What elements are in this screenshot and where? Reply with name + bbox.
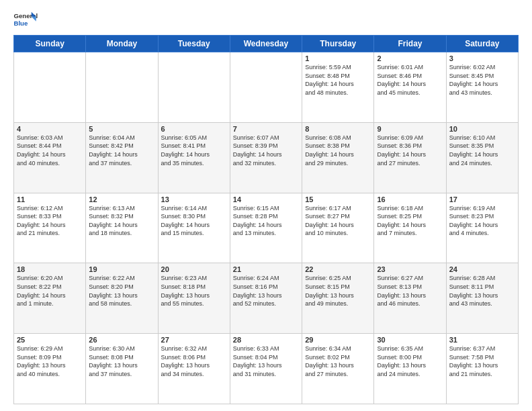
day-info: Sunrise: 6:27 AM Sunset: 8:13 PM Dayligh… bbox=[377, 274, 443, 308]
calendar-cell: 16Sunrise: 6:18 AM Sunset: 8:25 PM Dayli… bbox=[374, 193, 446, 263]
calendar-cell: 18Sunrise: 6:20 AM Sunset: 8:22 PM Dayli… bbox=[14, 263, 86, 334]
day-number: 30 bbox=[377, 336, 443, 344]
calendar-cell bbox=[86, 52, 158, 123]
weekday-wednesday: Wednesday bbox=[230, 36, 302, 52]
day-number: 24 bbox=[449, 265, 515, 273]
day-number: 26 bbox=[89, 336, 154, 344]
day-info: Sunrise: 6:10 AM Sunset: 8:35 PM Dayligh… bbox=[449, 134, 515, 167]
day-number: 9 bbox=[377, 125, 443, 133]
weekday-thursday: Thursday bbox=[302, 36, 374, 52]
calendar-cell: 9Sunrise: 6:09 AM Sunset: 8:36 PM Daylig… bbox=[374, 122, 446, 193]
svg-text:Blue: Blue bbox=[14, 19, 28, 27]
day-number: 7 bbox=[233, 125, 299, 133]
day-info: Sunrise: 6:22 AM Sunset: 8:20 PM Dayligh… bbox=[89, 274, 154, 308]
day-number: 2 bbox=[377, 54, 443, 62]
day-info: Sunrise: 6:18 AM Sunset: 8:25 PM Dayligh… bbox=[377, 204, 443, 238]
day-info: Sunrise: 6:13 AM Sunset: 8:32 PM Dayligh… bbox=[89, 204, 154, 238]
day-info: Sunrise: 6:23 AM Sunset: 8:18 PM Dayligh… bbox=[161, 274, 227, 308]
calendar-cell: 2Sunrise: 6:01 AM Sunset: 8:46 PM Daylig… bbox=[374, 52, 446, 123]
day-info: Sunrise: 6:05 AM Sunset: 8:41 PM Dayligh… bbox=[161, 134, 227, 167]
day-number: 12 bbox=[89, 195, 154, 203]
weekday-sunday: Sunday bbox=[14, 36, 86, 52]
day-info: Sunrise: 6:20 AM Sunset: 8:22 PM Dayligh… bbox=[17, 274, 83, 308]
day-info: Sunrise: 6:30 AM Sunset: 8:08 PM Dayligh… bbox=[89, 345, 154, 378]
calendar-cell: 20Sunrise: 6:23 AM Sunset: 8:18 PM Dayli… bbox=[158, 263, 230, 334]
calendar-cell: 21Sunrise: 6:24 AM Sunset: 8:16 PM Dayli… bbox=[230, 263, 302, 334]
day-info: Sunrise: 6:34 AM Sunset: 8:02 PM Dayligh… bbox=[305, 345, 371, 378]
week-row-2: 4Sunrise: 6:03 AM Sunset: 8:44 PM Daylig… bbox=[14, 122, 519, 193]
day-number: 1 bbox=[305, 54, 371, 62]
day-info: Sunrise: 6:17 AM Sunset: 8:27 PM Dayligh… bbox=[305, 204, 371, 238]
week-row-1: 1Sunrise: 5:59 AM Sunset: 8:48 PM Daylig… bbox=[14, 52, 519, 123]
calendar-cell: 19Sunrise: 6:22 AM Sunset: 8:20 PM Dayli… bbox=[86, 263, 158, 334]
calendar-cell: 22Sunrise: 6:25 AM Sunset: 8:15 PM Dayli… bbox=[302, 263, 374, 334]
calendar-cell: 24Sunrise: 6:28 AM Sunset: 8:11 PM Dayli… bbox=[446, 263, 518, 334]
calendar-cell: 13Sunrise: 6:14 AM Sunset: 8:30 PM Dayli… bbox=[158, 193, 230, 263]
weekday-header-row: SundayMondayTuesdayWednesdayThursdayFrid… bbox=[14, 36, 519, 52]
logo-icon: General Blue bbox=[13, 11, 38, 30]
day-info: Sunrise: 6:24 AM Sunset: 8:16 PM Dayligh… bbox=[233, 274, 299, 308]
calendar-cell: 5Sunrise: 6:04 AM Sunset: 8:42 PM Daylig… bbox=[86, 122, 158, 193]
day-number: 27 bbox=[161, 336, 227, 344]
day-number: 10 bbox=[449, 125, 515, 133]
header: General Blue bbox=[13, 11, 519, 30]
day-info: Sunrise: 6:08 AM Sunset: 8:38 PM Dayligh… bbox=[305, 134, 371, 167]
calendar-cell: 23Sunrise: 6:27 AM Sunset: 8:13 PM Dayli… bbox=[374, 263, 446, 334]
day-info: Sunrise: 6:37 AM Sunset: 7:58 PM Dayligh… bbox=[449, 345, 515, 378]
calendar-cell: 15Sunrise: 6:17 AM Sunset: 8:27 PM Dayli… bbox=[302, 193, 374, 263]
weekday-monday: Monday bbox=[86, 36, 158, 52]
day-info: Sunrise: 6:12 AM Sunset: 8:33 PM Dayligh… bbox=[17, 204, 83, 238]
day-number: 22 bbox=[305, 265, 371, 273]
calendar-cell: 14Sunrise: 6:15 AM Sunset: 8:28 PM Dayli… bbox=[230, 193, 302, 263]
day-info: Sunrise: 6:35 AM Sunset: 8:00 PM Dayligh… bbox=[377, 345, 443, 378]
calendar-table: SundayMondayTuesdayWednesdayThursdayFrid… bbox=[13, 35, 519, 404]
day-number: 5 bbox=[89, 125, 154, 133]
day-number: 4 bbox=[17, 125, 83, 133]
day-number: 16 bbox=[377, 195, 443, 203]
calendar-cell: 27Sunrise: 6:32 AM Sunset: 8:06 PM Dayli… bbox=[158, 334, 230, 404]
calendar-cell: 30Sunrise: 6:35 AM Sunset: 8:00 PM Dayli… bbox=[374, 334, 446, 404]
day-number: 8 bbox=[305, 125, 371, 133]
day-info: Sunrise: 6:09 AM Sunset: 8:36 PM Dayligh… bbox=[377, 134, 443, 167]
day-number: 28 bbox=[233, 336, 299, 344]
calendar-cell: 12Sunrise: 6:13 AM Sunset: 8:32 PM Dayli… bbox=[86, 193, 158, 263]
week-row-4: 18Sunrise: 6:20 AM Sunset: 8:22 PM Dayli… bbox=[14, 263, 519, 334]
calendar-cell: 25Sunrise: 6:29 AM Sunset: 8:09 PM Dayli… bbox=[14, 334, 86, 404]
day-number: 14 bbox=[233, 195, 299, 203]
day-info: Sunrise: 6:29 AM Sunset: 8:09 PM Dayligh… bbox=[17, 345, 83, 378]
day-info: Sunrise: 6:14 AM Sunset: 8:30 PM Dayligh… bbox=[161, 204, 227, 238]
day-number: 3 bbox=[449, 54, 515, 62]
day-info: Sunrise: 6:03 AM Sunset: 8:44 PM Dayligh… bbox=[17, 134, 83, 167]
day-info: Sunrise: 6:02 AM Sunset: 8:45 PM Dayligh… bbox=[449, 63, 515, 97]
day-number: 23 bbox=[377, 265, 443, 273]
day-number: 15 bbox=[305, 195, 371, 203]
calendar-cell bbox=[230, 52, 302, 123]
calendar-cell: 8Sunrise: 6:08 AM Sunset: 8:38 PM Daylig… bbox=[302, 122, 374, 193]
calendar-cell: 26Sunrise: 6:30 AM Sunset: 8:08 PM Dayli… bbox=[86, 334, 158, 404]
day-info: Sunrise: 6:07 AM Sunset: 8:39 PM Dayligh… bbox=[233, 134, 299, 167]
day-info: Sunrise: 6:19 AM Sunset: 8:23 PM Dayligh… bbox=[449, 204, 515, 238]
weekday-friday: Friday bbox=[374, 36, 446, 52]
logo: General Blue bbox=[13, 11, 38, 30]
calendar-cell: 31Sunrise: 6:37 AM Sunset: 7:58 PM Dayli… bbox=[446, 334, 518, 404]
weekday-saturday: Saturday bbox=[446, 36, 518, 52]
day-number: 18 bbox=[17, 265, 83, 273]
calendar-cell: 10Sunrise: 6:10 AM Sunset: 8:35 PM Dayli… bbox=[446, 122, 518, 193]
day-info: Sunrise: 6:25 AM Sunset: 8:15 PM Dayligh… bbox=[305, 274, 371, 308]
day-info: Sunrise: 6:04 AM Sunset: 8:42 PM Dayligh… bbox=[89, 134, 154, 167]
calendar-cell bbox=[158, 52, 230, 123]
day-info: Sunrise: 5:59 AM Sunset: 8:48 PM Dayligh… bbox=[305, 63, 371, 97]
day-info: Sunrise: 6:32 AM Sunset: 8:06 PM Dayligh… bbox=[161, 345, 227, 378]
calendar-cell: 6Sunrise: 6:05 AM Sunset: 8:41 PM Daylig… bbox=[158, 122, 230, 193]
calendar-cell: 28Sunrise: 6:33 AM Sunset: 8:04 PM Dayli… bbox=[230, 334, 302, 404]
calendar-cell: 11Sunrise: 6:12 AM Sunset: 8:33 PM Dayli… bbox=[14, 193, 86, 263]
calendar-cell: 29Sunrise: 6:34 AM Sunset: 8:02 PM Dayli… bbox=[302, 334, 374, 404]
day-number: 21 bbox=[233, 265, 299, 273]
week-row-3: 11Sunrise: 6:12 AM Sunset: 8:33 PM Dayli… bbox=[14, 193, 519, 263]
day-number: 6 bbox=[161, 125, 227, 133]
weekday-tuesday: Tuesday bbox=[158, 36, 230, 52]
calendar-cell: 7Sunrise: 6:07 AM Sunset: 8:39 PM Daylig… bbox=[230, 122, 302, 193]
calendar-cell: 3Sunrise: 6:02 AM Sunset: 8:45 PM Daylig… bbox=[446, 52, 518, 123]
calendar-cell: 1Sunrise: 5:59 AM Sunset: 8:48 PM Daylig… bbox=[302, 52, 374, 123]
day-info: Sunrise: 6:15 AM Sunset: 8:28 PM Dayligh… bbox=[233, 204, 299, 238]
